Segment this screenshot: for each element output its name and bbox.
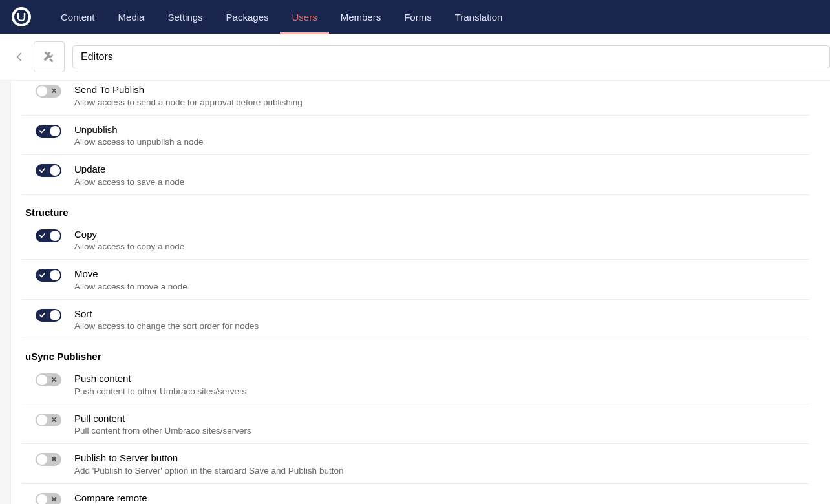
- editor-header: [0, 34, 830, 81]
- toggle-knob: [50, 270, 60, 280]
- toggle-knob: [50, 231, 60, 241]
- section-heading: Structure: [11, 195, 830, 220]
- permission-row: UnpublishAllow access to unpublish a nod…: [21, 116, 809, 156]
- permission-label: Push content: [74, 372, 246, 385]
- check-icon: [39, 167, 46, 175]
- nav-item-members[interactable]: Members: [329, 0, 393, 34]
- permission-label: Pull content: [74, 412, 251, 425]
- x-icon: [50, 496, 58, 504]
- toggle-knob: [37, 375, 47, 385]
- permission-description: Allow access to save a node: [74, 177, 184, 187]
- permissions-panel: Send To PublishAllow access to send a no…: [10, 81, 830, 504]
- permission-description: Allow access to change the sort order fo…: [74, 321, 259, 331]
- x-icon: [50, 456, 58, 464]
- permission-toggle[interactable]: [36, 85, 61, 98]
- permission-text: Pull contentPull content from other Umbr…: [74, 412, 251, 436]
- check-icon: [39, 311, 46, 320]
- permission-row: UpdateAllow access to save a node: [21, 155, 809, 195]
- permission-description: Push content to other Umbraco sites/serv…: [74, 386, 246, 396]
- toggle-knob: [50, 165, 60, 176]
- icon-picker-button[interactable]: [34, 41, 65, 72]
- nav-item-content[interactable]: Content: [49, 0, 107, 34]
- permission-text: SortAllow access to change the sort orde…: [74, 308, 259, 331]
- permission-toggle[interactable]: [36, 125, 61, 138]
- top-nav: ContentMediaSettingsPackagesUsersMembers…: [0, 0, 830, 34]
- arrow-left-icon: [14, 52, 25, 62]
- check-icon: [39, 232, 46, 240]
- permission-description: Add 'Publish to Server' option in the st…: [74, 466, 343, 476]
- content-scroll[interactable]: Send To PublishAllow access to send a no…: [0, 81, 830, 504]
- x-icon: [50, 416, 58, 425]
- permission-text: CopyAllow access to copy a node: [74, 228, 184, 252]
- x-icon: [50, 87, 58, 96]
- permission-label: Publish to Server button: [74, 452, 343, 465]
- permission-text: Push contentPush content to other Umbrac…: [74, 372, 246, 396]
- permission-description: Allow access to send a node for approval…: [74, 98, 303, 107]
- tools-icon: [41, 48, 58, 65]
- permission-toggle[interactable]: [36, 414, 61, 426]
- toggle-knob: [50, 310, 60, 320]
- back-button[interactable]: [10, 48, 28, 66]
- permission-row: SortAllow access to change the sort orde…: [21, 300, 809, 340]
- toggle-knob: [37, 86, 47, 96]
- permission-description: Pull content from other Umbraco sites/se…: [74, 426, 251, 436]
- permission-toggle[interactable]: [36, 453, 61, 466]
- permission-text: MoveAllow access to move a node: [74, 268, 187, 291]
- nav-item-media[interactable]: Media: [107, 0, 156, 34]
- toggle-knob: [37, 494, 47, 505]
- permission-label: Unpublish: [74, 123, 204, 136]
- permission-row: Pull contentPull content from other Umbr…: [21, 404, 809, 445]
- nav-item-forms[interactable]: Forms: [392, 0, 443, 34]
- nav-item-packages[interactable]: Packages: [215, 0, 281, 34]
- permission-label: Sort: [74, 308, 259, 320]
- permission-toggle[interactable]: [36, 229, 61, 242]
- nav-item-translation[interactable]: Translation: [443, 0, 515, 34]
- toggle-knob: [50, 126, 60, 136]
- check-icon: [39, 271, 46, 280]
- nav-item-users[interactable]: Users: [280, 0, 328, 34]
- permission-label: Copy: [74, 228, 184, 241]
- umbraco-logo-icon: [14, 9, 29, 25]
- toggle-knob: [37, 454, 47, 465]
- permission-toggle[interactable]: [36, 309, 61, 322]
- x-icon: [50, 376, 58, 384]
- permission-label: Update: [74, 163, 184, 176]
- permission-row: Send To PublishAllow access to send a no…: [21, 81, 809, 116]
- permission-label: Send To Publish: [74, 83, 303, 96]
- permission-text: UnpublishAllow access to unpublish a nod…: [74, 123, 204, 147]
- nav-item-settings[interactable]: Settings: [156, 0, 214, 34]
- permission-toggle[interactable]: [36, 373, 61, 386]
- permission-description: Allow access to unpublish a node: [74, 137, 204, 147]
- permission-toggle[interactable]: [36, 493, 61, 505]
- permission-toggle[interactable]: [36, 269, 61, 282]
- permission-row: MoveAllow access to move a node: [21, 260, 809, 300]
- permission-label: Compare remote: [74, 492, 249, 505]
- permission-text: Compare remoteCompare a with a remote ve…: [74, 492, 249, 505]
- permission-text: Publish to Server buttonAdd 'Publish to …: [74, 452, 343, 476]
- permission-row: Compare remoteCompare a with a remote ve…: [21, 484, 809, 505]
- permission-row: Publish to Server buttonAdd 'Publish to …: [21, 444, 809, 484]
- section-heading: uSync Publisher: [11, 339, 830, 364]
- permission-description: Allow access to copy a node: [74, 242, 184, 251]
- permission-row: CopyAllow access to copy a node: [21, 220, 809, 260]
- check-icon: [39, 127, 46, 136]
- toggle-knob: [37, 415, 47, 425]
- permission-label: Move: [74, 268, 187, 280]
- svg-point-0: [14, 10, 28, 24]
- permission-description: Allow access to move a node: [74, 282, 187, 291]
- group-name-input[interactable]: [72, 45, 830, 68]
- permission-text: Send To PublishAllow access to send a no…: [74, 83, 303, 107]
- permission-text: UpdateAllow access to save a node: [74, 163, 184, 187]
- permission-row: Push contentPush content to other Umbrac…: [21, 364, 809, 404]
- umbraco-logo[interactable]: [12, 7, 31, 26]
- permission-toggle[interactable]: [36, 164, 61, 177]
